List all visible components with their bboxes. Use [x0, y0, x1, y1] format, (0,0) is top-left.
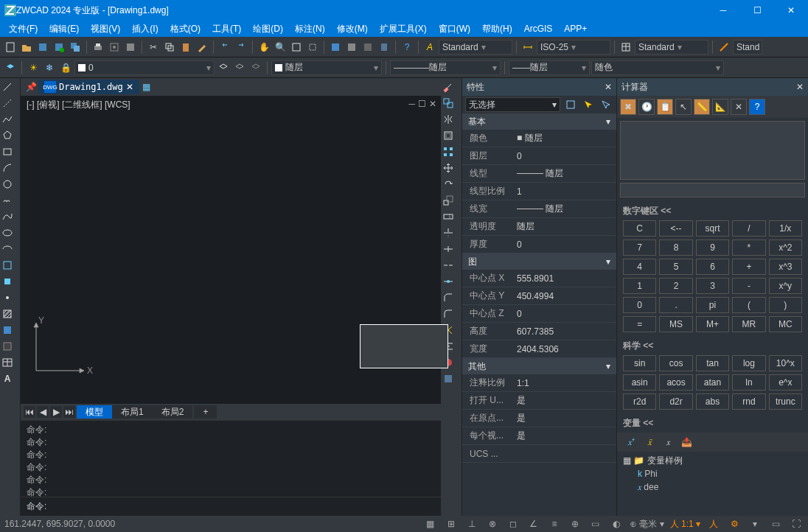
revcloud-icon[interactable]: [0, 193, 15, 208]
calc-btn-)[interactable]: ): [769, 297, 802, 313]
prop-row[interactable]: 中心点 X555.8901: [462, 270, 616, 287]
menu-item[interactable]: 视图(V): [85, 21, 126, 37]
var-send-icon[interactable]: 📤: [678, 434, 694, 450]
tablestyle-combo[interactable]: Standard▾: [635, 40, 708, 55]
print-icon[interactable]: [91, 40, 105, 55]
calc-btn-M+[interactable]: M+: [696, 316, 729, 332]
calc-btn-2[interactable]: 2: [659, 278, 692, 294]
view-label[interactable]: [-] [俯视] [二维线框] [WCS]: [27, 99, 130, 111]
calc-angle-icon[interactable]: 📐: [712, 99, 728, 115]
prop-row[interactable]: 线宽——— 随层: [462, 200, 616, 218]
layeroff-icon[interactable]: [232, 60, 247, 75]
menu-item[interactable]: 工具(T): [206, 21, 247, 37]
prop-row[interactable]: 高度607.7385: [462, 323, 616, 340]
calc-btn-x^y[interactable]: x^y: [769, 278, 802, 294]
calc-btn-rnd[interactable]: rnd: [732, 393, 765, 410]
save-icon[interactable]: [35, 40, 50, 55]
calc-btn-x^2[interactable]: x^2: [769, 239, 802, 256]
pan-icon[interactable]: ✋: [257, 40, 271, 55]
calc-x-icon[interactable]: ✕: [731, 99, 747, 115]
menu-item[interactable]: ArcGIS: [518, 22, 559, 35]
calc-input[interactable]: [620, 183, 805, 197]
osnap-icon[interactable]: ◻: [506, 517, 520, 531]
calc-btn-/[interactable]: /: [732, 220, 765, 237]
point-icon[interactable]: [0, 290, 15, 305]
tab-first-icon[interactable]: ⏮: [24, 406, 35, 418]
sci-header[interactable]: 科学 <<: [617, 337, 808, 355]
minimize-button[interactable]: ─: [706, 0, 740, 21]
undo-icon[interactable]: [217, 40, 232, 55]
erase-icon[interactable]: [441, 80, 456, 94]
prop-row[interactable]: 打开 U...是: [462, 392, 616, 410]
var-sample[interactable]: ▦ 📁 变量样例: [623, 455, 802, 467]
region-icon[interactable]: [0, 339, 15, 354]
calc-btn-MS[interactable]: MS: [659, 316, 692, 332]
calc-btn-C[interactable]: C: [623, 220, 656, 237]
open-icon[interactable]: [19, 40, 34, 55]
numpad-header[interactable]: 数字键区 <<: [617, 202, 808, 220]
lwt-icon[interactable]: ≡: [547, 517, 562, 531]
calc-paste-icon[interactable]: 📋: [657, 99, 673, 115]
dyn-icon[interactable]: ⊕: [568, 517, 582, 531]
layeriso-icon[interactable]: [216, 60, 231, 75]
insert-icon[interactable]: [0, 258, 15, 273]
calc-btn-([interactable]: (: [732, 297, 765, 313]
lineweight-combo[interactable]: —— 随层▾: [509, 60, 590, 75]
freeze-icon[interactable]: ❄: [42, 60, 57, 75]
section-view[interactable]: 图▾: [462, 253, 616, 270]
prop-row[interactable]: 中心点 Z0: [462, 305, 616, 323]
var-item[interactable]: k Phi: [623, 467, 802, 480]
var-item[interactable]: 𝑥 dee: [623, 480, 802, 494]
calc-clear-icon[interactable]: ✖: [620, 99, 636, 115]
ray-icon[interactable]: [0, 96, 15, 111]
menu-item[interactable]: 格式(O): [164, 21, 206, 37]
tab-last-icon[interactable]: ⏭: [63, 406, 75, 418]
textstyle-combo[interactable]: Standard▾: [439, 40, 512, 55]
copy2-icon[interactable]: [441, 96, 456, 111]
menu-item[interactable]: 窗口(W): [433, 21, 476, 37]
var-new-icon[interactable]: 𝑥⁺: [623, 434, 639, 450]
misc-icon[interactable]: [441, 371, 456, 386]
table-icon[interactable]: [0, 355, 15, 370]
zoom-icon[interactable]: 🔍: [273, 40, 288, 55]
prop-row[interactable]: 颜色■ 随层: [462, 130, 616, 147]
calc-btn-9[interactable]: 9: [696, 239, 729, 256]
layout-tab[interactable]: 模型: [77, 405, 112, 419]
calc-btn-1[interactable]: 1: [623, 278, 656, 294]
mlstyle-icon[interactable]: [717, 40, 731, 55]
menu-item[interactable]: APP+: [558, 22, 593, 35]
mlstyle-combo[interactable]: Stand: [733, 40, 762, 55]
circle-icon[interactable]: [0, 177, 15, 192]
layout-tab[interactable]: 布局1: [112, 405, 153, 419]
prop-row[interactable]: 在原点...是: [462, 410, 616, 427]
calc-btn-tan[interactable]: tan: [696, 355, 729, 371]
var-del-icon[interactable]: 𝑥: [660, 434, 676, 450]
calc-btn-ln[interactable]: ln: [732, 374, 765, 391]
ann-icon[interactable]: 人: [706, 517, 721, 531]
viewport[interactable]: [-] [俯视] [二维线框] [WCS] ─ ☐ ✕ Y X: [21, 96, 441, 404]
prop-row[interactable]: 线型——— 随层: [462, 165, 616, 183]
saveas-icon[interactable]: [52, 40, 66, 55]
menu-item[interactable]: 扩展工具(X): [374, 21, 433, 37]
menu-item[interactable]: 标注(N): [289, 21, 331, 37]
calc-btn-sqrt[interactable]: sqrt: [696, 220, 729, 237]
calc-btn-atan[interactable]: atan: [696, 374, 729, 391]
calc-btn-cos[interactable]: cos: [659, 355, 692, 371]
arc-icon[interactable]: [0, 161, 15, 175]
vp-min-icon[interactable]: ─: [408, 99, 415, 109]
calc-btn-1/x[interactable]: 1/x: [769, 220, 802, 237]
clean-icon[interactable]: ▭: [768, 517, 783, 531]
prop-row[interactable]: 厚度0: [462, 236, 616, 253]
calc-help-icon[interactable]: ?: [749, 99, 765, 115]
extend-icon[interactable]: [441, 242, 456, 256]
join-icon[interactable]: [441, 274, 456, 289]
ortho-icon[interactable]: ⊥: [464, 517, 479, 531]
calc-btn--[interactable]: -: [732, 278, 765, 294]
sun-icon[interactable]: ☀: [26, 60, 41, 75]
selection-combo[interactable]: 无选择▾: [465, 97, 560, 112]
calc-btn-=[interactable]: =: [623, 316, 656, 332]
menu-item[interactable]: 编辑(E): [43, 21, 85, 37]
prop-row[interactable]: 中心点 Y450.4994: [462, 287, 616, 305]
snap-icon[interactable]: ⊞: [444, 517, 459, 531]
menu-item[interactable]: 帮助(H): [476, 21, 518, 37]
